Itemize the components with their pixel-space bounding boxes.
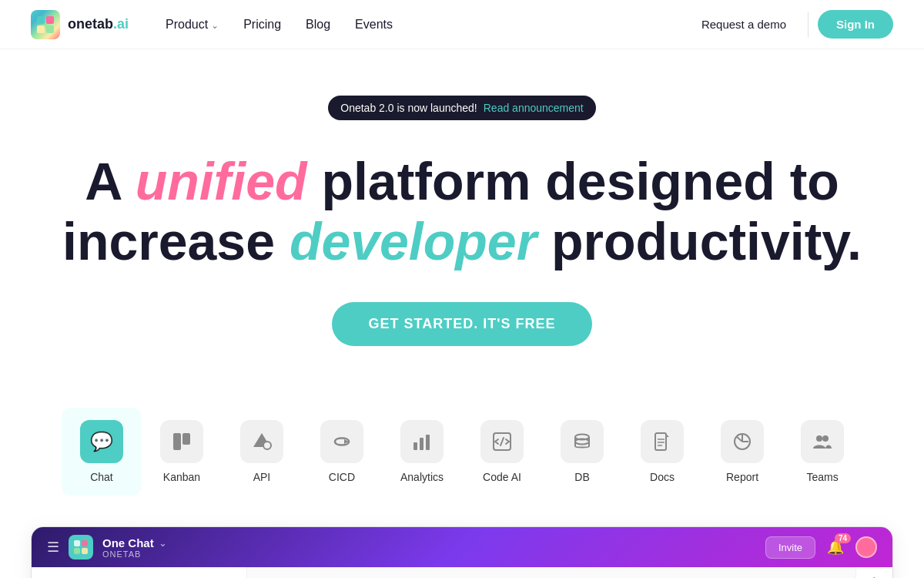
svg-rect-16 (655, 433, 666, 450)
get-started-button[interactable]: GET STARTED. IT'S FREE (332, 302, 593, 346)
channel-dropdown-icon[interactable]: ⌄ (159, 537, 167, 549)
feature-analytics[interactable]: Analytics (382, 408, 462, 496)
app-preview: ☰ One Chat ⌄ ONETAB Invite 🔔 (31, 526, 893, 578)
svg-line-13 (500, 438, 504, 445)
cicd-icon (320, 420, 363, 463)
feature-docs[interactable]: Docs (622, 408, 702, 496)
sign-in-button[interactable]: Sign In (818, 10, 893, 39)
feature-api-label: API (253, 471, 271, 483)
feature-chat[interactable]: 💬 Chat (62, 408, 142, 496)
svg-rect-3 (46, 25, 54, 33)
right-panel-icon-1[interactable]: ⚙ (869, 575, 879, 578)
notification-count: 74 (835, 533, 851, 543)
svg-point-22 (822, 435, 829, 442)
notification-badge[interactable]: 🔔 74 (825, 536, 846, 558)
svg-rect-26 (82, 548, 88, 554)
db-icon (561, 420, 604, 463)
api-icon (240, 420, 283, 463)
nav-pricing[interactable]: Pricing (234, 12, 290, 38)
svg-rect-4 (173, 433, 181, 450)
preview-main-area (247, 567, 855, 578)
nav-blog[interactable]: Blog (296, 12, 340, 38)
hero-section: Onetab 2.0 is now launched! Read announc… (0, 49, 924, 377)
topbar-left: ☰ One Chat ⌄ ONETAB (47, 535, 167, 560)
codeai-icon (480, 420, 524, 463)
feature-teams-label: Teams (806, 471, 838, 483)
hero-title: A unified platform designed to increase … (31, 151, 893, 271)
feature-analytics-label: Analytics (400, 471, 444, 483)
feature-report[interactable]: Report (702, 408, 782, 496)
feature-kanban[interactable]: Kanban (142, 408, 222, 496)
nav-left: onetab.ai Product Pricing Blog Events (31, 10, 402, 39)
logo-text: onetab.ai (68, 16, 129, 32)
report-icon (721, 420, 764, 463)
feature-api[interactable]: API (222, 408, 302, 496)
announcement-badge: Onetab 2.0 is now launched! Read announc… (328, 96, 595, 120)
feature-cicd-label: CICD (329, 471, 355, 483)
svg-rect-24 (82, 540, 88, 546)
docs-icon (641, 420, 684, 463)
nav-right: Request a demo Sign In (689, 10, 893, 39)
title-developer: developer (290, 212, 537, 271)
svg-rect-9 (413, 442, 417, 450)
logo-icon (31, 10, 60, 39)
feature-teams[interactable]: Teams (782, 408, 862, 496)
chat-icon: 💬 (80, 420, 123, 463)
kanban-icon (160, 420, 203, 463)
feature-db-label: DB (574, 471, 589, 483)
channel-sub: ONETAB (102, 549, 167, 559)
feature-cicd[interactable]: CICD (302, 408, 382, 496)
feature-report-label: Report (726, 471, 758, 483)
svg-rect-2 (37, 25, 45, 33)
svg-rect-1 (46, 16, 54, 24)
svg-rect-25 (74, 548, 80, 554)
feature-codeai-label: Code AI (483, 471, 521, 483)
features-row: 💬 Chat Kanban API CICD (0, 377, 924, 511)
title-part1: A (85, 152, 135, 210)
feature-db[interactable]: DB (542, 408, 622, 496)
channel-info: One Chat ⌄ ONETAB (102, 536, 167, 559)
svg-rect-11 (426, 435, 430, 450)
title-unified: unified (136, 152, 307, 210)
analytics-icon (400, 420, 444, 463)
nav-links: Product Pricing Blog Events (156, 12, 402, 38)
feature-chat-label: Chat (90, 471, 113, 483)
navbar: onetab.ai Product Pricing Blog Events Re… (0, 0, 924, 49)
announcement-link[interactable]: Read announcement (484, 102, 584, 114)
svg-point-21 (816, 435, 822, 442)
preview-sidebar: My Notification Public Channel ☆ (32, 567, 247, 578)
preview-content: My Notification Public Channel ☆ (32, 567, 892, 578)
request-demo-button[interactable]: Request a demo (689, 12, 798, 37)
nav-divider (808, 12, 808, 37)
svg-rect-0 (37, 16, 45, 24)
user-avatar[interactable] (855, 536, 877, 558)
invite-button[interactable]: Invite (765, 536, 815, 559)
teams-icon (801, 420, 844, 463)
svg-point-7 (263, 442, 271, 449)
nav-product[interactable]: Product (156, 12, 228, 38)
svg-rect-10 (420, 438, 424, 450)
feature-codeai[interactable]: Code AI (462, 408, 542, 496)
logo[interactable]: onetab.ai (31, 10, 129, 39)
feature-kanban-label: Kanban (163, 471, 200, 483)
feature-docs-label: Docs (650, 471, 675, 483)
topbar-right: Invite 🔔 74 (765, 536, 877, 559)
svg-rect-5 (182, 433, 190, 445)
preview-right-panel: ⚙ (855, 567, 892, 578)
announcement-text: Onetab 2.0 is now launched! (340, 102, 477, 114)
channel-name: One Chat (102, 536, 154, 549)
preview-topbar: ☰ One Chat ⌄ ONETAB Invite 🔔 (32, 527, 892, 567)
title-part3: productivity. (537, 212, 862, 271)
nav-events[interactable]: Events (346, 12, 402, 38)
svg-rect-23 (74, 540, 80, 546)
sidebar-toggle-icon[interactable]: ☰ (47, 539, 59, 556)
channel-avatar (69, 535, 93, 560)
product-chevron-icon (211, 18, 219, 32)
